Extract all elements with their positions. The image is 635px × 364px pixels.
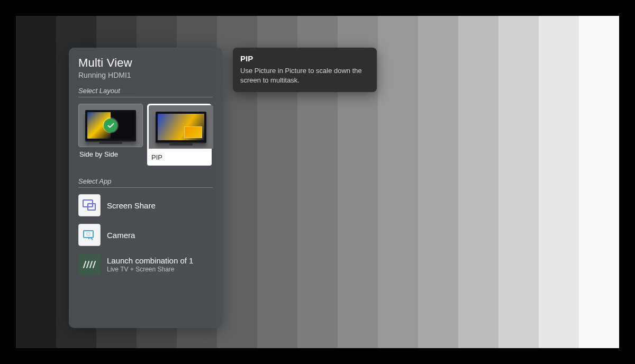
app-item-label: Camera [107,231,135,240]
app-item-launch-combo[interactable]: Launch combination of 1 Live TV + Screen… [78,253,213,276]
app-item-label: Launch combination of 1 [107,256,193,265]
tooltip-title: PIP [240,54,369,63]
layout-thumb-pip [149,105,213,149]
layout-label: Side by Side [78,150,143,158]
layout-option-pip[interactable]: PIP [147,104,212,166]
layout-thumb-side-by-side [78,104,143,147]
screenshare-icon [78,194,101,216]
layout-options: Side by Side PIP [78,104,213,166]
divider [78,187,213,188]
camera-icon [78,224,101,246]
section-label-layout: Select Layout [78,87,213,95]
app-item-sublabel: Live TV + Screen Share [107,266,193,273]
combo-icon [78,253,101,276]
svg-rect-4 [87,233,90,235]
letterbox [0,0,16,364]
checkmark-icon [104,119,117,132]
tv-screen: Multi View Running HDMI1 Select Layout [16,16,619,348]
divider [78,97,213,97]
option-tooltip: PIP Use Picture in Picture to scale down… [233,48,377,92]
stage: Multi View Running HDMI1 Select Layout [0,0,635,364]
panel-title: Multi View [78,56,213,70]
layout-option-side-by-side[interactable]: Side by Side [78,104,143,166]
tv-mock-icon [156,112,206,142]
panel-subtitle: Running HDMI1 [78,71,213,79]
letterbox [0,348,635,364]
tooltip-body: Use Picture in Picture to scale down the… [240,66,369,85]
app-item-label: Screen Share [107,201,156,210]
app-item-screen-share[interactable]: Screen Share [78,194,213,216]
letterbox [0,0,635,16]
layout-label: PIP [147,150,212,166]
letterbox [619,0,635,364]
app-list: Screen Share Camera [78,194,213,276]
svg-rect-3 [84,231,93,238]
multiview-panel: Multi View Running HDMI1 Select Layout [69,48,222,328]
section-label-app: Select App [78,177,213,185]
app-item-camera[interactable]: Camera [78,224,213,246]
